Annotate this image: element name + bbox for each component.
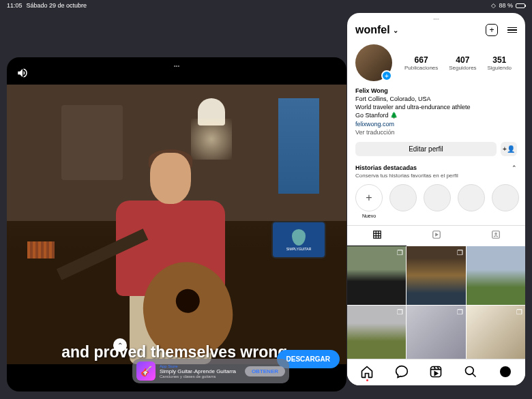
nav-reels[interactable] [429,365,443,379]
highlight-new[interactable]: + Nuevo [355,184,383,218]
bio-link[interactable]: felixwong.com [355,120,517,128]
status-time: 11:05 [7,2,23,9]
nav-search[interactable] [464,365,477,379]
sound-icon[interactable] [16,67,29,83]
svg-rect-8 [431,367,441,377]
nav-home[interactable] [360,365,374,379]
edit-profile-button[interactable]: Editar perfil [355,142,497,156]
status-bar: 11:05 Sábado 29 de octubre ◇ 88 % [0,0,532,11]
add-story-icon[interactable]: + [381,70,392,81]
collapse-highlights-icon[interactable]: ⌃ [512,164,517,171]
app-title: Simply Guitar-Aprende Guitarra [160,368,245,374]
battery-percent: 88 % [499,2,513,9]
tab-grid[interactable] [347,226,407,246]
highlight-placeholder [389,184,417,218]
svg-point-12 [466,367,474,375]
carousel-icon: ❐ [457,249,463,256]
stat-posts[interactable]: 667 Publicaciones [404,55,438,71]
video-ad-panel: ••• SIMPLYGUITAR and proved themselves w… [7,57,346,391]
stat-followers[interactable]: 407 Seguidores [449,55,476,71]
translate-button[interactable]: Ver traducción [355,128,517,136]
post-thumbnail[interactable]: ❐ [407,246,465,305]
expand-button[interactable]: ⌃ [113,338,127,352]
carousel-icon: ❐ [457,308,463,316]
post-thumbnail[interactable]: ❐ [347,306,406,359]
username-dropdown[interactable]: wonfel ⌄ [355,24,398,36]
panel-handle[interactable]: ••• [174,63,179,69]
panel-handle[interactable]: ••• [433,16,439,22]
menu-button[interactable] [507,27,517,33]
carousel-icon: ❐ [397,308,403,316]
app-get-button[interactable]: OBTENER [245,366,285,376]
status-date: Sábado 29 de octubre [27,2,87,9]
tablet-in-scene: SIMPLYGUITAR [271,221,326,258]
post-thumbnail[interactable]: ❐ [407,306,465,359]
highlight-placeholder [458,184,485,218]
nav-profile[interactable] [499,365,512,379]
profile-avatar[interactable]: + [355,44,392,81]
app-icon: 🎸 [136,361,156,381]
profile-bio: Felix Wong Fort Collins, Colorado, USA W… [347,87,525,142]
stat-following[interactable]: 351 Siguiendo [487,55,512,71]
highlight-placeholder [492,184,519,218]
svg-line-13 [473,374,476,377]
tab-tagged[interactable] [466,226,525,246]
highlights-subtitle: Conserva tus historias favoritas en el p… [347,173,525,183]
video-content[interactable]: SIMPLYGUITAR [7,85,346,364]
bottom-nav [347,359,525,385]
post-thumbnail[interactable]: ❐ [467,306,525,359]
tab-reels[interactable] [407,226,466,246]
post-thumbnail[interactable]: ❐ [347,246,406,305]
chevron-down-icon: ⌄ [393,27,398,34]
discover-people-button[interactable]: +👤 [501,142,517,156]
nav-messenger[interactable] [395,365,409,379]
highlight-placeholder [424,184,451,218]
posts-grid: ❐ ❐ ❐ ❐ ❐ [347,246,525,359]
app-store-banner[interactable]: 🎸 App Store Simply Guitar-Aprende Guitar… [132,359,289,383]
highlights-title: Historias destacadas [355,164,417,171]
carousel-icon: ❐ [397,249,403,256]
wifi-icon: ◇ [491,2,496,9]
app-subtitle: Canciones y clases de guitarra [160,374,245,379]
instagram-panel: ••• wonfel ⌄ + + 667 Publicaciones 407 S… [347,13,525,385]
post-thumbnail[interactable] [467,246,525,305]
carousel-icon: ❐ [516,308,522,316]
battery-icon [516,3,525,8]
svg-rect-0 [373,231,381,239]
svg-point-7 [494,233,496,235]
create-post-button[interactable]: + [486,24,498,36]
